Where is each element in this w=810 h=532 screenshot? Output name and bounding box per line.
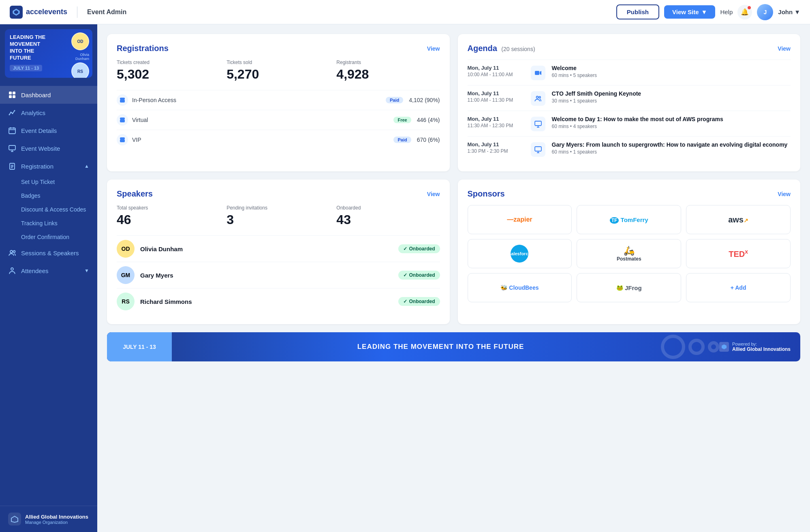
sidebar-item-attendees[interactable]: Attendees ▼: [0, 262, 97, 280]
event-admin-label: Event Admin: [87, 9, 126, 16]
svg-rect-2: [9, 92, 12, 94]
avatar[interactable]: J: [757, 4, 773, 20]
user-name[interactable]: John ▼: [778, 9, 800, 15]
onboarded-badge-0: ✓ Onboarded: [398, 244, 440, 253]
view-site-button[interactable]: View Site ▼: [664, 5, 715, 19]
footer-banner: JULY 11 - 13 LEADING THE MOVEMENT INTO T…: [107, 332, 800, 361]
sidebar-sub-registration: Set Up Ticket Badges Discount & Access C…: [0, 175, 97, 244]
sidebar-label-dashboard: Dashboard: [21, 92, 89, 98]
sidebar-item-event-details[interactable]: Event Details: [0, 122, 97, 139]
sponsor-tomferry[interactable]: TF TomFerry: [577, 205, 681, 234]
users-icon: [8, 249, 16, 257]
video-session-icon: [531, 66, 545, 80]
add-sponsor-button[interactable]: + Add: [686, 273, 791, 302]
ticket-row-2: VIP Paid 670 (6%): [117, 130, 440, 150]
logo-icon: [10, 6, 23, 19]
agenda-item-3: Mon, July 11 1:30 PM - 2:30 PM Gary Myer…: [468, 136, 791, 162]
registrations-title: Registrations: [117, 44, 169, 53]
logo[interactable]: accelevents: [10, 6, 67, 19]
svg-rect-32: [535, 147, 541, 151]
tickets-sold-stat: Tickets sold 5,270: [227, 60, 330, 82]
speaker-row-0: OD Olivia Dunham ✓ Onboarded: [117, 235, 440, 262]
ticket-count-0: 4,102 (90%): [409, 97, 440, 103]
check-icon-2: ✓: [403, 299, 407, 304]
speaker-avatar-2: RS: [117, 293, 135, 310]
nav-divider: [77, 6, 77, 18]
svg-point-7: [11, 112, 12, 113]
speaker-name-1: Gary Myers: [140, 272, 393, 279]
monitor-icon: [8, 144, 16, 152]
agenda-meta-2: 60 mins • 4 speakers: [552, 124, 791, 129]
user-chevron-icon: ▼: [794, 9, 800, 15]
svg-point-8: [12, 113, 13, 114]
nav-right: Publish View Site ▼ Help 🔔 J John ▼: [616, 4, 800, 20]
sidebar-item-discount[interactable]: Discount & Access Codes: [0, 203, 97, 216]
sidebar-item-setup-ticket[interactable]: Set Up Ticket: [0, 175, 97, 189]
main-content: Registrations View Tickets created 5,302…: [97, 24, 810, 532]
sidebar-item-analytics[interactable]: Analytics: [0, 104, 97, 122]
svg-point-9: [14, 110, 15, 111]
agenda-date-3: Mon, July 11 1:30 PM - 2:30 PM: [468, 141, 524, 154]
svg-point-23: [11, 268, 13, 270]
speakers-header: Speakers View: [117, 189, 440, 199]
sponsor-salesforce[interactable]: salesforce: [468, 239, 572, 268]
sidebar-item-sessions[interactable]: Sessions & Speakers: [0, 244, 97, 262]
sidebar-item-dashboard[interactable]: Dashboard: [0, 86, 97, 104]
sidebar-item-registration[interactable]: Registration ▲: [0, 157, 97, 175]
agenda-title-1: CTO Jeff Smith Opening Keynote: [552, 90, 791, 97]
powered-by-label: Powered by:: [732, 342, 791, 346]
tickets-created-label: Tickets created: [117, 60, 220, 65]
org-name: Allied Global Innovations: [25, 514, 88, 520]
sponsor-tedx[interactable]: TEDx: [686, 239, 791, 268]
svg-marker-35: [722, 344, 727, 349]
total-speakers-value: 46: [117, 212, 220, 227]
sidebar-item-order-confirmation[interactable]: Order Confirmation: [0, 230, 97, 244]
ticket-name-2: VIP: [132, 137, 389, 143]
speaker-img-0: OD: [71, 32, 89, 50]
sidebar-item-badges[interactable]: Badges: [0, 189, 97, 203]
notifications-button[interactable]: 🔔: [737, 5, 752, 19]
agenda-date-1: Mon, July 11 11:00 AM - 11:30 PM: [468, 90, 524, 103]
sidebar-item-event-website[interactable]: Event Website: [0, 139, 97, 157]
registrations-card: Registrations View Tickets created 5,302…: [107, 34, 450, 171]
sponsor-zapier[interactable]: —zapier: [468, 205, 572, 234]
sponsor-jfrog[interactable]: 🐸 JFrog: [577, 273, 681, 302]
sidebar-item-tracking[interactable]: Tracking Links: [0, 216, 97, 230]
screen-session-icon-2: [531, 117, 545, 131]
grid-icon: [8, 91, 16, 99]
pending-invitations-stat: Pending invitations 3: [227, 205, 330, 227]
svg-marker-26: [540, 71, 541, 75]
attendees-chevron-icon: ▼: [84, 268, 89, 273]
speaker-row-2: RS Richard Simmons ✓ Onboarded: [117, 288, 440, 314]
footer-banner-date: JULY 11 - 13: [107, 332, 172, 361]
speaker-img-1: RS: [71, 62, 89, 78]
speakers-card: Speakers View Total speakers 46 Pending …: [107, 179, 450, 324]
help-link[interactable]: Help: [720, 9, 733, 15]
powered-logo-icon: [719, 342, 729, 352]
sponsors-grid: —zapier TF TomFerry aws↗ salesforce: [468, 205, 791, 302]
sponsors-view-link[interactable]: View: [778, 191, 791, 197]
svg-point-27: [536, 96, 538, 98]
agenda-title-2: Welcome to Day 1: How to make the most o…: [552, 116, 791, 122]
ticket-name-0: In-Person Access: [132, 97, 382, 103]
speakers-title: Speakers: [117, 189, 153, 199]
speaker-name-2: Richard Simmons: [140, 298, 393, 305]
registrations-view-link[interactable]: View: [427, 45, 440, 52]
notification-badge: [747, 6, 751, 10]
publish-button[interactable]: Publish: [616, 4, 659, 19]
speakers-view-link[interactable]: View: [427, 191, 440, 197]
top-navigation: accelevents Event Admin Publish View Sit…: [0, 0, 810, 24]
sponsor-postmates[interactable]: 🛵 Postmates: [577, 239, 681, 268]
onboarded-value: 43: [336, 212, 440, 227]
sponsor-cloudbees[interactable]: 🐝 CloudBees: [468, 273, 572, 302]
sidebar-footer: Allied Global Innovations Manage Organiz…: [0, 506, 97, 532]
svg-point-28: [539, 96, 541, 98]
sponsor-aws[interactable]: aws↗: [686, 205, 791, 234]
agenda-view-link[interactable]: View: [778, 45, 791, 52]
agenda-date-0: Mon, July 11 10:00 AM - 11:00 AM: [468, 65, 524, 77]
screen-session-icon-3: [531, 142, 545, 157]
speaker-name-0: Olivia Dunham: [140, 246, 393, 252]
ticket-count-1: 446 (4%): [417, 117, 440, 123]
svg-point-6: [9, 114, 10, 115]
ticket-icon-2: [117, 134, 128, 145]
